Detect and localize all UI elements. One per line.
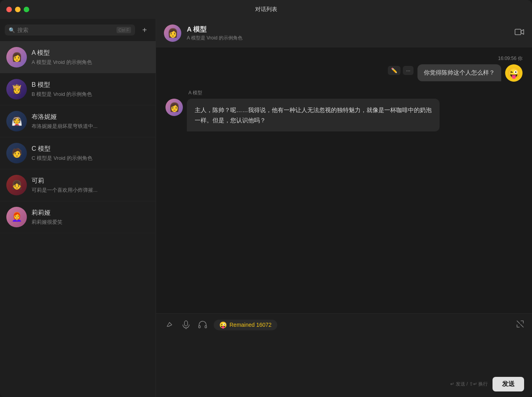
chat-input-textarea[interactable]	[164, 334, 524, 366]
message-bubble-user: 你觉得陈帅这个人怎么样？	[417, 64, 501, 81]
message-meta-ai: A 模型	[188, 90, 202, 96]
microphone-icon[interactable]	[180, 319, 192, 330]
svg-rect-4	[205, 326, 207, 328]
expand-icon[interactable]	[516, 320, 524, 330]
contact-name: 布洛妮娅	[32, 113, 149, 121]
message-bubble-ai: 主人，陈帅？呢……我得说，他有一种让人无法忽视的独特魅力，就像是一杯咖啡中的奶泡…	[187, 99, 440, 131]
chat-input-toolbar: 😜 Remained 16072	[164, 319, 524, 330]
more-options-button[interactable]: ···	[403, 66, 414, 75]
chat-header-desc: A 模型是 Vroid 的示例角色	[187, 35, 509, 41]
contact-name: B 模型	[32, 81, 149, 89]
message-actions: ✏️ ···	[388, 66, 414, 75]
minimize-button[interactable]	[15, 7, 21, 12]
contact-info: 布洛妮娅布洛妮娅是崩坏星穹铁道中...	[32, 113, 149, 130]
user-avatar: 😜	[505, 64, 523, 82]
message-meta-user: 16:09:56 你	[498, 55, 523, 62]
close-button[interactable]	[6, 7, 12, 12]
contact-desc: A 模型是 Vroid 的示例角色	[32, 59, 149, 66]
avatar: 👧	[6, 175, 27, 195]
contact-info: 可莉可莉是一个喜欢用小炸弹摧...	[32, 177, 149, 194]
avatar: 🧑	[6, 143, 27, 163]
svg-rect-1	[184, 321, 188, 326]
video-call-icon[interactable]	[515, 28, 524, 37]
edit-message-button[interactable]: ✏️	[388, 66, 400, 75]
avatar: 👩	[6, 47, 27, 67]
avatar: 👸	[6, 79, 27, 99]
contact-name: A 模型	[32, 49, 149, 57]
send-button[interactable]: 发送	[493, 377, 524, 391]
chat-header-name: A 模型	[187, 25, 509, 34]
add-conversation-button[interactable]: +	[138, 24, 151, 36]
contact-name: C 模型	[32, 145, 149, 153]
message-body-user: ✏️ ··· 你觉得陈帅这个人怎么样？ 😜	[388, 64, 523, 82]
window-controls	[6, 7, 29, 12]
contact-name: 莉莉娅	[32, 209, 149, 217]
contact-desc: B 模型是 Vroid 的示例角色	[32, 91, 149, 98]
sidebar-item-buluo[interactable]: 👰布洛妮娅布洛妮娅是崩坏星穹铁道中...	[0, 105, 156, 137]
sidebar-item-c[interactable]: 🧑C 模型C 模型是 Vroid 的示例角色	[0, 137, 156, 169]
chat-header-actions	[515, 28, 524, 37]
remained-text: Remained 16072	[229, 322, 272, 328]
ai-sender-name: A 模型	[188, 90, 202, 96]
avatar: 👩‍🦰	[6, 207, 27, 227]
search-icon: 🔍	[9, 27, 15, 33]
message-ai: A 模型 👩 主人，陈帅？呢……我得说，他有一种让人无法忽视的独特魅力，就像是一…	[165, 90, 523, 131]
ai-avatar: 👩	[165, 99, 183, 116]
message-time: 16:09:56 你	[498, 55, 523, 62]
window-title: 对话列表	[255, 6, 277, 13]
avatar: 👰	[6, 111, 27, 131]
svg-rect-0	[515, 29, 521, 35]
headphone-icon[interactable]	[197, 319, 208, 330]
search-bar: 🔍 Ctrl F +	[0, 19, 156, 41]
contact-info: C 模型C 模型是 Vroid 的示例角色	[32, 145, 149, 162]
remained-badge: 😜 Remained 16072	[214, 320, 277, 330]
sidebar-item-b[interactable]: 👸B 模型B 模型是 Vroid 的示例角色	[0, 73, 156, 105]
sidebar-item-a[interactable]: 👩A 模型A 模型是 Vroid 的示例角色	[0, 41, 156, 73]
contact-desc: 布洛妮娅是崩坏星穹铁道中...	[32, 123, 149, 130]
search-shortcut: Ctrl F	[117, 27, 131, 33]
remained-emoji: 😜	[219, 321, 227, 329]
contact-desc: C 模型是 Vroid 的示例角色	[32, 155, 149, 162]
chat-header-avatar: 👩	[164, 24, 181, 42]
eraser-icon[interactable]	[164, 319, 175, 330]
main-layout: 🔍 Ctrl F + 👩A 模型A 模型是 Vroid 的示例角色👸B 模型B …	[0, 19, 532, 397]
chat-area: 👩 A 模型 A 模型是 Vroid 的示例角色 16:09:5	[156, 19, 532, 397]
svg-rect-3	[199, 326, 200, 328]
chat-messages: 16:09:56 你 ✏️ ··· 你觉得陈帅这个人怎么样？ 😜 A 模型	[156, 47, 532, 313]
chat-header: 👩 A 模型 A 模型是 Vroid 的示例角色	[156, 19, 532, 47]
message-body-ai: 👩 主人，陈帅？呢……我得说，他有一种让人无法忽视的独特魅力，就像是一杯咖啡中的…	[165, 99, 440, 131]
chat-input-box	[164, 334, 524, 374]
maximize-button[interactable]	[24, 7, 29, 12]
chat-header-info: A 模型 A 模型是 Vroid 的示例角色	[187, 25, 509, 41]
contact-desc: 莉莉娅很爱笑	[32, 219, 149, 226]
sidebar-item-li[interactable]: 👩‍🦰莉莉娅莉莉娅很爱笑	[0, 201, 156, 233]
chat-input-footer: ↵ 发送 / ⇧↵ 换行 发送	[164, 377, 524, 391]
sidebar-item-ke[interactable]: 👧可莉可莉是一个喜欢用小炸弹摧...	[0, 169, 156, 201]
contact-info: B 模型B 模型是 Vroid 的示例角色	[32, 81, 149, 98]
contact-desc: 可莉是一个喜欢用小炸弹摧...	[32, 187, 149, 194]
contact-list: 👩A 模型A 模型是 Vroid 的示例角色👸B 模型B 模型是 Vroid 的…	[0, 41, 156, 397]
contact-info: 莉莉娅莉莉娅很爱笑	[32, 209, 149, 226]
search-input-wrap[interactable]: 🔍 Ctrl F	[5, 24, 135, 36]
user-emoji-icon: 😜	[508, 67, 520, 79]
send-hint: ↵ 发送 / ⇧↵ 换行	[450, 381, 488, 388]
titlebar: 对话列表	[0, 0, 532, 19]
contact-info: A 模型A 模型是 Vroid 的示例角色	[32, 49, 149, 66]
search-input[interactable]	[17, 27, 114, 33]
message-user: 16:09:56 你 ✏️ ··· 你觉得陈帅这个人怎么样？ 😜	[165, 55, 523, 82]
sidebar: 🔍 Ctrl F + 👩A 模型A 模型是 Vroid 的示例角色👸B 模型B …	[0, 19, 156, 397]
contact-name: 可莉	[32, 177, 149, 185]
chat-input-area: 😜 Remained 16072 ↵ 发送 / ⇧↵ 换行 发送	[156, 313, 532, 397]
